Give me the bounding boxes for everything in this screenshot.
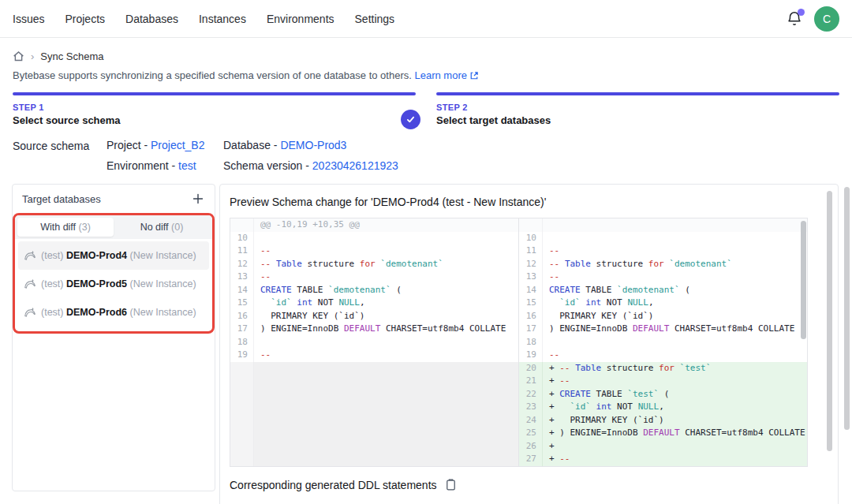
diff-line: 17) ENGINE=InnoDB DEFAULT CHARSET=utf8mb… (230, 323, 518, 336)
step-2-label: Select target databases (436, 114, 839, 126)
diff-line-code: -- Table structure for `demotenant` (254, 258, 518, 271)
diff-line: 10 (519, 232, 807, 245)
diff-line-number: 25 (519, 427, 543, 440)
source-schema-summary: Source schema Project - Project_B2 Datab… (13, 139, 839, 172)
panel-scrollbar[interactable] (827, 191, 832, 451)
diff-line-number: 16 (519, 310, 543, 323)
diff-line-number: 13 (519, 271, 543, 284)
diff-line: 13-- (230, 271, 518, 284)
external-link-icon (469, 71, 479, 83)
source-project-field: Project - Project_B2 (106, 139, 223, 151)
database-link[interactable]: DEMO-Prod3 (280, 139, 346, 151)
step-1-complete-check-icon (401, 110, 420, 129)
diff-line: 12-- Table structure for `demotenant` (230, 258, 518, 271)
diff-line-code: -- (543, 349, 807, 362)
nav-item-settings[interactable]: Settings (355, 13, 395, 25)
diff-line-number: 22 (519, 388, 543, 401)
diff-line: 11-- (519, 245, 807, 258)
ddl-title: Corresponding generated DDL statements (230, 479, 437, 491)
diff-line: 16 PRIMARY KEY (`id`) (230, 310, 518, 323)
page-scrollbar[interactable] (844, 187, 850, 430)
diff-line-number: 19 (519, 349, 543, 362)
diff-added-line: 24+ PRIMARY KEY (`id`) (519, 414, 807, 427)
diff-line-number: 20 (519, 362, 543, 375)
schema-version-link[interactable]: 20230426121923 (312, 159, 398, 172)
tab-with-diff[interactable]: With diff (3) (17, 218, 114, 237)
diff-line-code (543, 232, 807, 245)
target-databases-header: Target databases (13, 185, 215, 213)
step-1: STEP 1 Select source schema (13, 92, 416, 126)
diff-line: 17) ENGINE=InnoDB DEFAULT CHARSET=utf8mb… (519, 323, 807, 336)
step-1-bar (13, 92, 416, 95)
diff-line-number: 19 (230, 349, 254, 362)
source-schema-grid: Project - Project_B2 Database - DEMO-Pro… (106, 139, 398, 172)
schema-diff-viewer: @@ -10,19 +10,35 @@1011--12-- Table stru… (230, 218, 808, 467)
nav-item-instances[interactable]: Instances (199, 13, 246, 25)
breadcrumb-separator: › (31, 50, 34, 62)
database-row-demo-prod6[interactable]: (test) DEMO-Prod6 (New Instance) (18, 298, 209, 327)
tab-no-diff[interactable]: No diff (0) (114, 218, 210, 237)
diff-line-code (254, 336, 518, 349)
diff-line-code: -- (254, 349, 518, 362)
diff-line-number: 23 (519, 401, 543, 414)
diff-line-code: -- (543, 245, 807, 258)
avatar[interactable]: C (814, 6, 839, 32)
diff-line-code: @@ -10,19 +10,35 @@ (254, 218, 518, 232)
diff-line: 13-- (519, 271, 807, 284)
schema-preview-panel: Preview Schema change for 'DEMO-Prod4 (t… (219, 184, 839, 504)
nav-item-issues[interactable]: Issues (13, 13, 44, 25)
step-2-eyebrow: STEP 2 (436, 103, 839, 112)
preview-title: Preview Schema change for 'DEMO-Prod4 (t… (230, 196, 828, 208)
source-version-field: Schema version - 20230426121923 (223, 159, 398, 172)
diff-added-line: 26+ (519, 440, 807, 454)
ddl-section-header: Corresponding generated DDL statements (230, 478, 828, 491)
diff-line: 19-- (230, 349, 518, 362)
tab-with-diff-label: With diff (40, 222, 78, 233)
diff-added-line: 22+ CREATE TABLE `test` ( (519, 388, 807, 401)
diff-line-number: 14 (230, 284, 254, 297)
nav-item-databases[interactable]: Databases (125, 13, 178, 25)
diff-line: 11-- (230, 245, 518, 258)
db-env: (test) (41, 278, 66, 289)
diff-line-number: 16 (230, 310, 254, 323)
notification-bell-icon[interactable] (786, 10, 803, 28)
database-row-demo-prod5[interactable]: (test) DEMO-Prod5 (New Instance) (18, 270, 209, 298)
diff-line-number: 18 (519, 336, 543, 349)
top-nav: Issues Projects Databases Instances Envi… (0, 0, 852, 38)
tab-no-diff-label: No diff (140, 222, 171, 233)
diff-line-number (519, 218, 543, 232)
project-link[interactable]: Project_B2 (151, 139, 204, 151)
diff-line-code: + -- (543, 375, 807, 388)
source-environment-field: Environment - test (106, 159, 223, 172)
diff-line-code: ) ENGINE=InnoDB DEFAULT CHARSET=utf8mb4 … (254, 323, 518, 336)
diff-line: 19-- (519, 349, 807, 362)
step-1-eyebrow: STEP 1 (13, 103, 416, 112)
nav-item-environments[interactable]: Environments (267, 13, 334, 25)
diff-line: 12-- Table structure for `demotenant` (519, 258, 807, 271)
diff-line: 10 (230, 232, 518, 245)
diff-added-line: 27+ -- (519, 453, 807, 466)
diff-line-number: 17 (230, 323, 254, 336)
diff-line-number: 12 (230, 258, 254, 271)
breadcrumb-page-title: Sync Schema (40, 50, 103, 62)
diff-line: 18 (230, 336, 518, 349)
diff-line-number: 21 (519, 375, 543, 388)
intro-description: Bytebase supports synchronizing a specif… (13, 69, 412, 81)
diff-line-code: -- (254, 245, 518, 258)
database-row-demo-prod4[interactable]: (test) DEMO-Prod4 (New Instance) (18, 241, 209, 270)
diff-hunk-row (519, 218, 807, 232)
nav-item-projects[interactable]: Projects (65, 13, 105, 25)
diff-line: 14CREATE TABLE `demotenant` ( (519, 284, 807, 297)
diff-scrollbar[interactable] (801, 221, 806, 339)
environment-link[interactable]: test (178, 159, 196, 172)
diff-added-line: 23+ `id` int NOT NULL, (519, 401, 807, 414)
home-icon[interactable] (13, 50, 24, 62)
diff-line-code: PRIMARY KEY (`id`) (254, 310, 518, 323)
learn-more-link[interactable]: Learn more (414, 69, 466, 81)
db-env: (test) (41, 307, 66, 318)
copy-ddl-icon[interactable] (444, 478, 458, 491)
diff-line-number: 10 (519, 232, 543, 245)
diff-line-code: + `id` int NOT NULL, (543, 401, 807, 414)
diff-line: 15 `id` int NOT NULL, (519, 297, 807, 310)
add-target-database-button[interactable] (191, 192, 205, 206)
